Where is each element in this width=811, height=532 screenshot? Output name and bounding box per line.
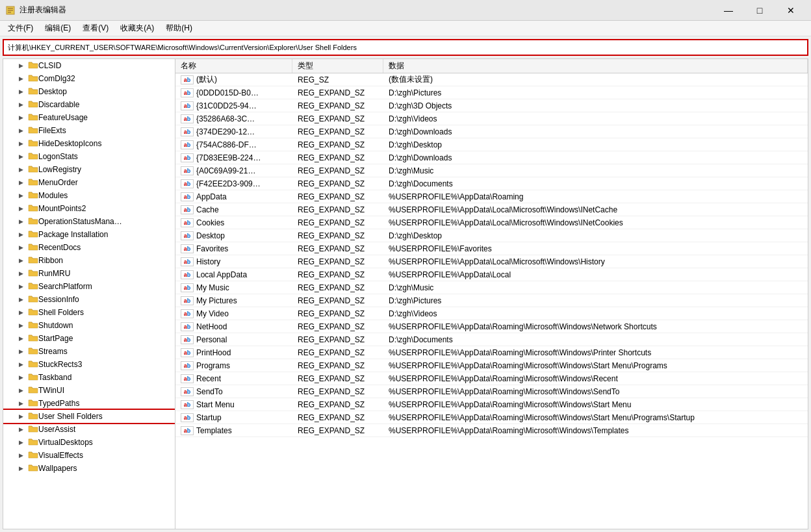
maximize-button[interactable]: □ (745, 0, 775, 21)
tree-item-1[interactable]: ▶ ComDlg32 (3, 72, 175, 85)
data-row-12[interactable]: abDesktopREG_EXPAND_SZD:\zgh\Desktop (175, 229, 808, 242)
folder-icon-7 (28, 151, 38, 163)
cell-data-0: (数值未设置) (383, 73, 808, 86)
data-row-19[interactable]: abNetHoodREG_EXPAND_SZ%USERPROFILE%\AppD… (175, 320, 808, 333)
tree-item-7[interactable]: ▶ LogonStats (3, 150, 175, 163)
tree-label-26: TypedPaths (38, 399, 79, 408)
ab-icon-20: ab (181, 335, 194, 344)
data-row-22[interactable]: abProgramsREG_EXPAND_SZ%USERPROFILE%\App… (175, 359, 808, 372)
tree-item-17[interactable]: ▶ SearchPlatform (3, 280, 175, 293)
tree-label-27: User Shell Folders (38, 412, 103, 421)
tree-item-31[interactable]: ▶ Wallpapers (3, 462, 175, 475)
tree-item-16[interactable]: ▶ RunMRU (3, 267, 175, 280)
data-row-7[interactable]: ab{A0C69A99-21…REG_EXPAND_SZD:\zgh\Music (175, 164, 808, 177)
cell-name-text-19: NetHood (196, 322, 227, 331)
cell-type-5: REG_EXPAND_SZ (292, 140, 383, 150)
data-row-1[interactable]: ab{0DDD015D-B0…REG_EXPAND_SZD:\zgh\Pictu… (175, 86, 808, 99)
svg-rect-2 (8, 10, 13, 11)
close-button[interactable]: ✕ (776, 0, 806, 21)
tree-item-6[interactable]: ▶ HideDesktopIcons (3, 137, 175, 150)
cell-type-2: REG_EXPAND_SZ (292, 101, 383, 111)
tree-item-20[interactable]: ▶ Shutdown (3, 319, 175, 332)
tree-item-14[interactable]: ▶ RecentDocs (3, 241, 175, 254)
tree-panel[interactable]: ▶ CLSID▶ ComDlg32▶ Desktop▶ Discardable▶… (3, 59, 175, 529)
tree-item-23[interactable]: ▶ StuckRects3 (3, 358, 175, 371)
tree-item-13[interactable]: ▶ Package Installation (3, 228, 175, 241)
tree-item-5[interactable]: ▶ FileExts (3, 124, 175, 137)
tree-item-12[interactable]: ▶ OperationStatusMana… (3, 215, 175, 228)
data-row-0[interactable]: ab(默认)REG_SZ(数值未设置) (175, 73, 808, 86)
menu-item-e[interactable]: 编辑(E) (40, 21, 76, 35)
ab-icon-17: ab (181, 296, 194, 305)
tree-item-21[interactable]: ▶ StartPage (3, 332, 175, 345)
menu-item-h[interactable]: 帮助(H) (161, 21, 198, 35)
cell-name-2: ab{31C0DD25-94… (175, 101, 292, 111)
data-row-9[interactable]: abAppDataREG_EXPAND_SZ%USERPROFILE%\AppD… (175, 190, 808, 203)
right-panel: 名称 类型 数据 ab(默认)REG_SZ(数值未设置)ab{0DDD015D-… (175, 59, 808, 529)
ab-icon-11: ab (181, 218, 194, 227)
data-row-3[interactable]: ab{35286A68-3C…REG_EXPAND_SZD:\zgh\Video… (175, 112, 808, 125)
data-row-11[interactable]: abCookiesREG_EXPAND_SZ%USERPROFILE%\AppD… (175, 216, 808, 229)
menu-item-v[interactable]: 查看(V) (77, 21, 114, 35)
tree-label-29: VirtualDesktops (38, 438, 93, 447)
tree-arrow-29: ▶ (19, 439, 28, 446)
folder-icon-26 (28, 398, 38, 410)
cell-data-4: D:\zgh\Downloads (383, 127, 808, 137)
data-row-16[interactable]: abMy MusicREG_EXPAND_SZD:\zgh\Music (175, 281, 808, 294)
ab-icon-27: ab (181, 426, 194, 435)
data-row-10[interactable]: abCacheREG_EXPAND_SZ%USERPROFILE%\AppDat… (175, 203, 808, 216)
tree-item-26[interactable]: ▶ TypedPaths (3, 397, 175, 410)
tree-arrow-13: ▶ (19, 231, 28, 238)
tree-item-19[interactable]: ▶ Shell Folders (3, 306, 175, 319)
col-header-name[interactable]: 名称 (175, 59, 292, 73)
tree-item-9[interactable]: ▶ MenuOrder (3, 176, 175, 189)
folder-icon-5 (28, 125, 38, 137)
tree-item-4[interactable]: ▶ FeatureUsage (3, 111, 175, 124)
data-row-8[interactable]: ab{F42EE2D3-909…REG_EXPAND_SZD:\zgh\Docu… (175, 177, 808, 190)
data-row-15[interactable]: abLocal AppDataREG_EXPAND_SZ%USERPROFILE… (175, 268, 808, 281)
data-row-4[interactable]: ab{374DE290-12…REG_EXPAND_SZD:\zgh\Downl… (175, 125, 808, 138)
tree-item-10[interactable]: ▶ Modules (3, 189, 175, 202)
data-row-5[interactable]: ab{754AC886-DF…REG_EXPAND_SZD:\zgh\Deskt… (175, 138, 808, 151)
tree-item-22[interactable]: ▶ Streams (3, 345, 175, 358)
tree-item-24[interactable]: ▶ Taskband (3, 371, 175, 384)
data-row-2[interactable]: ab{31C0DD25-94…REG_EXPAND_SZD:\zgh\3D Ob… (175, 99, 808, 112)
data-row-17[interactable]: abMy PicturesREG_EXPAND_SZD:\zgh\Picture… (175, 294, 808, 307)
col-header-type[interactable]: 类型 (292, 59, 383, 73)
menu-item-a[interactable]: 收藏夹(A) (115, 21, 159, 35)
cell-name-text-27: Templates (196, 426, 232, 435)
tree-item-25[interactable]: ▶ TWinUI (3, 384, 175, 397)
data-row-25[interactable]: abStart MenuREG_EXPAND_SZ%USERPROFILE%\A… (175, 398, 808, 411)
tree-item-18[interactable]: ▶ SessionInfo (3, 293, 175, 306)
tree-item-27[interactable]: ▶ User Shell Folders (3, 410, 175, 423)
tree-item-2[interactable]: ▶ Desktop (3, 85, 175, 98)
menu-item-f[interactable]: 文件(F) (3, 21, 38, 35)
data-row-24[interactable]: abSendToREG_EXPAND_SZ%USERPROFILE%\AppDa… (175, 385, 808, 398)
data-row-6[interactable]: ab{7D83EE9B-224…REG_EXPAND_SZD:\zgh\Down… (175, 151, 808, 164)
cell-data-3: D:\zgh\Videos (383, 114, 808, 124)
tree-item-11[interactable]: ▶ MountPoints2 (3, 202, 175, 215)
data-row-26[interactable]: abStartupREG_EXPAND_SZ%USERPROFILE%\AppD… (175, 411, 808, 424)
tree-label-25: TWinUI (38, 386, 64, 395)
data-row-23[interactable]: abRecentREG_EXPAND_SZ%USERPROFILE%\AppDa… (175, 372, 808, 385)
cell-type-0: REG_SZ (292, 75, 383, 85)
data-row-13[interactable]: abFavoritesREG_EXPAND_SZ%USERPROFILE%\Fa… (175, 242, 808, 255)
tree-item-15[interactable]: ▶ Ribbon (3, 254, 175, 267)
data-rows[interactable]: ab(默认)REG_SZ(数值未设置)ab{0DDD015D-B0…REG_EX… (175, 73, 808, 529)
data-row-20[interactable]: abPersonalREG_EXPAND_SZD:\zgh\Documents (175, 333, 808, 346)
col-header-data[interactable]: 数据 (383, 59, 808, 73)
minimize-button[interactable]: — (714, 0, 743, 21)
tree-item-0[interactable]: ▶ CLSID (3, 59, 175, 72)
tree-item-3[interactable]: ▶ Discardable (3, 98, 175, 111)
tree-label-14: RecentDocs (38, 243, 81, 252)
tree-item-28[interactable]: ▶ UserAssist (3, 423, 175, 436)
data-row-21[interactable]: abPrintHoodREG_EXPAND_SZ%USERPROFILE%\Ap… (175, 346, 808, 359)
cell-name-text-5: {754AC886-DF… (196, 140, 257, 149)
tree-item-8[interactable]: ▶ LowRegistry (3, 163, 175, 176)
data-row-14[interactable]: abHistoryREG_EXPAND_SZ%USERPROFILE%\AppD… (175, 255, 808, 268)
tree-label-7: LogonStats (38, 152, 78, 161)
tree-item-30[interactable]: ▶ VisualEffects (3, 449, 175, 462)
data-row-18[interactable]: abMy VideoREG_EXPAND_SZD:\zgh\Videos (175, 307, 808, 320)
data-row-27[interactable]: abTemplatesREG_EXPAND_SZ%USERPROFILE%\Ap… (175, 424, 808, 437)
tree-item-29[interactable]: ▶ VirtualDesktops (3, 436, 175, 449)
